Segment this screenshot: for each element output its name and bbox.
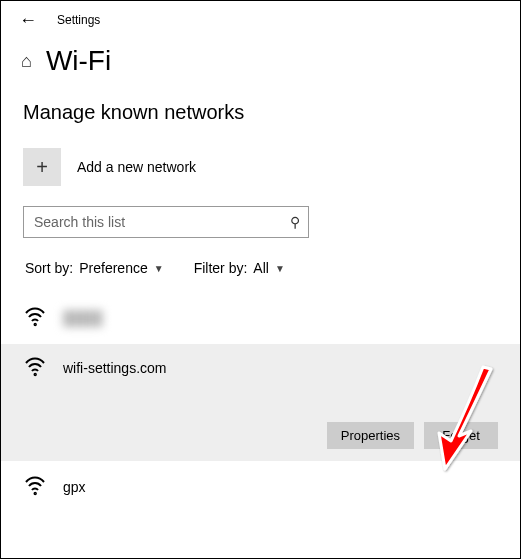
search-container: ⚲ <box>23 206 309 238</box>
sort-by-dropdown[interactable]: Sort by: Preference ▼ <box>25 260 164 276</box>
add-new-network-button[interactable]: + Add a new network <box>1 142 520 206</box>
add-network-label: Add a new network <box>77 159 196 175</box>
wifi-icon <box>23 473 47 501</box>
properties-button[interactable]: Properties <box>327 422 414 449</box>
sort-value: Preference <box>79 260 147 276</box>
forget-button[interactable]: Forget <box>424 422 498 449</box>
network-item[interactable]: gpx <box>1 465 520 509</box>
chevron-down-icon: ▼ <box>154 263 164 274</box>
chevron-down-icon: ▼ <box>275 263 285 274</box>
search-icon[interactable]: ⚲ <box>290 214 300 230</box>
filter-value: All <box>253 260 269 276</box>
network-name-hidden: ████ <box>63 310 103 326</box>
network-item[interactable]: ████ <box>1 296 520 340</box>
search-input[interactable] <box>32 213 290 231</box>
back-arrow-icon[interactable]: ← <box>19 11 37 29</box>
network-item-selected[interactable]: wifi-settings.com Properties Forget <box>1 344 520 461</box>
plus-icon: + <box>23 148 61 186</box>
network-name: gpx <box>63 479 86 495</box>
wifi-icon <box>23 304 47 332</box>
settings-header-label: Settings <box>57 13 100 27</box>
home-icon[interactable]: ⌂ <box>21 51 32 72</box>
network-name: wifi-settings.com <box>63 360 166 376</box>
wifi-icon <box>23 354 47 382</box>
sort-label: Sort by: <box>25 260 73 276</box>
section-heading: Manage known networks <box>1 87 520 142</box>
page-title: Wi-Fi <box>46 45 111 77</box>
filter-by-dropdown[interactable]: Filter by: All ▼ <box>194 260 285 276</box>
filter-label: Filter by: <box>194 260 248 276</box>
